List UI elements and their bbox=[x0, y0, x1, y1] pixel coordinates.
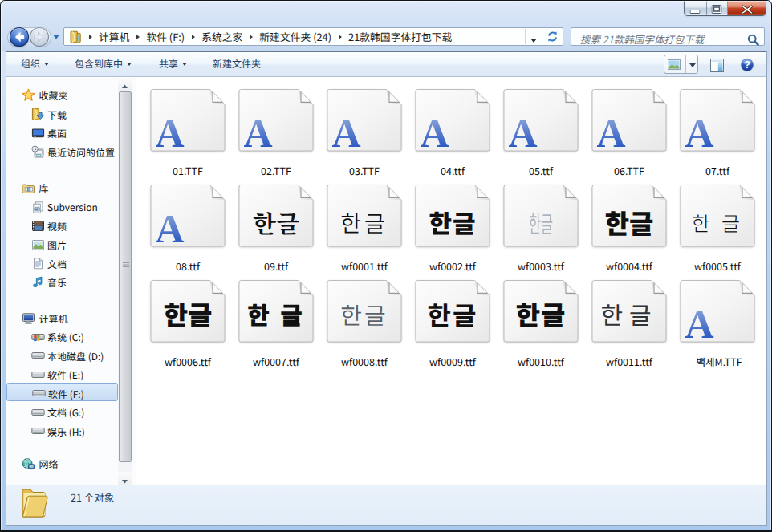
svg-text:?: ? bbox=[744, 59, 750, 71]
